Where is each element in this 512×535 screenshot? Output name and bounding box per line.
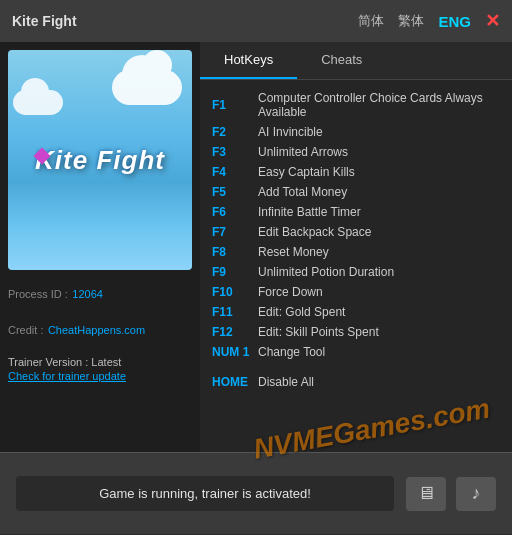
hotkey-item: F7Edit Backpack Space <box>212 222 500 242</box>
status-message: Game is running, trainer is activated! <box>16 476 394 511</box>
music-icon-glyph: ♪ <box>472 483 481 504</box>
hotkey-item: F10Force Down <box>212 282 500 302</box>
hotkey-item: HOMEDisable All <box>212 372 500 392</box>
hotkey-key: F6 <box>212 205 258 219</box>
hotkey-item: F2AI Invincible <box>212 122 500 142</box>
credit-value: CheatHappens.com <box>48 324 145 336</box>
hotkey-desc: Force Down <box>258 285 323 299</box>
process-info: Process ID : 12064 <box>8 280 192 306</box>
hotkey-item: F8Reset Money <box>212 242 500 262</box>
hotkey-item: F4Easy Captain Kills <box>212 162 500 182</box>
hotkey-item: F1Computer Controller Choice Cards Alway… <box>212 88 500 122</box>
hotkey-key: F12 <box>212 325 258 339</box>
version-text: Trainer Version : Latest <box>8 356 192 368</box>
hotkey-desc: Unlimited Arrows <box>258 145 348 159</box>
hotkey-key: F2 <box>212 125 258 139</box>
hotkey-desc: AI Invincible <box>258 125 323 139</box>
hotkey-desc: Add Total Money <box>258 185 347 199</box>
credit-label: Credit : <box>8 324 43 336</box>
tab-cheats[interactable]: Cheats <box>297 42 386 79</box>
version-info: Trainer Version : Latest Check for train… <box>8 352 192 386</box>
bottom-icons: 🖥 ♪ <box>406 477 496 511</box>
hotkey-desc: Edit: Skill Points Spent <box>258 325 379 339</box>
hotkey-desc: Reset Money <box>258 245 329 259</box>
hotkey-key: F5 <box>212 185 258 199</box>
monitor-icon-glyph: 🖥 <box>417 483 435 504</box>
process-id-value: 12064 <box>72 288 103 300</box>
cloud-decoration-1 <box>112 70 182 105</box>
hotkey-item: F9Unlimited Potion Duration <box>212 262 500 282</box>
title-bar: Kite Fight 简体 繁体 ENG ✕ <box>0 0 512 42</box>
hotkey-item: F11Edit: Gold Spent <box>212 302 500 322</box>
left-panel: Kite Fight Process ID : 12064 Credit : C… <box>0 42 200 452</box>
close-button[interactable]: ✕ <box>485 10 500 32</box>
hotkey-key: F1 <box>212 98 258 112</box>
version-value: Latest <box>91 356 121 368</box>
hotkey-key: HOME <box>212 375 258 389</box>
hotkey-key: F4 <box>212 165 258 179</box>
monitor-icon[interactable]: 🖥 <box>406 477 446 511</box>
tab-hotkeys[interactable]: HotKeys <box>200 42 297 79</box>
lang-traditional[interactable]: 繁体 <box>398 12 424 30</box>
hotkey-key: NUM 1 <box>212 345 258 359</box>
music-icon[interactable]: ♪ <box>456 477 496 511</box>
cloud-decoration-2 <box>13 90 63 115</box>
hotkey-item: F5Add Total Money <box>212 182 500 202</box>
hotkey-item: F3Unlimited Arrows <box>212 142 500 162</box>
hotkey-item: NUM 1Change Tool <box>212 342 500 362</box>
update-link[interactable]: Check for trainer update <box>8 370 192 382</box>
hotkey-key: F11 <box>212 305 258 319</box>
hotkey-key: F10 <box>212 285 258 299</box>
lang-english[interactable]: ENG <box>438 13 471 30</box>
hotkey-key: F9 <box>212 265 258 279</box>
title-bar-left: Kite Fight <box>12 12 358 30</box>
app-title: Kite Fight <box>12 13 77 29</box>
lang-simplified[interactable]: 简体 <box>358 12 384 30</box>
hotkey-desc: Infinite Battle Timer <box>258 205 361 219</box>
game-image: Kite Fight <box>8 50 192 270</box>
version-label: Trainer Version : <box>8 356 88 368</box>
hotkey-key: F3 <box>212 145 258 159</box>
hotkey-item: F6Infinite Battle Timer <box>212 202 500 222</box>
game-logo-text: Kite Fight <box>35 145 165 176</box>
hotkey-desc: Disable All <box>258 375 314 389</box>
credit-info: Credit : CheatHappens.com <box>8 316 192 342</box>
bottom-bar: Game is running, trainer is activated! 🖥… <box>0 452 512 534</box>
hotkey-desc: Edit Backpack Space <box>258 225 371 239</box>
hotkey-desc: Computer Controller Choice Cards Always … <box>258 91 500 119</box>
tab-bar: HotKeys Cheats <box>200 42 512 80</box>
process-id-label: Process ID : <box>8 288 68 300</box>
hotkey-key: F8 <box>212 245 258 259</box>
hotkey-desc: Unlimited Potion Duration <box>258 265 394 279</box>
main-content: Kite Fight Process ID : 12064 Credit : C… <box>0 42 512 452</box>
right-panel: HotKeys Cheats F1Computer Controller Cho… <box>200 42 512 452</box>
hotkey-desc: Easy Captain Kills <box>258 165 355 179</box>
hotkey-desc: Change Tool <box>258 345 325 359</box>
hotkey-desc: Edit: Gold Spent <box>258 305 345 319</box>
hotkey-item: F12Edit: Skill Points Spent <box>212 322 500 342</box>
title-bar-right: 简体 繁体 ENG ✕ <box>358 10 500 32</box>
hotkey-divider <box>212 362 500 372</box>
hotkeys-list: F1Computer Controller Choice Cards Alway… <box>200 80 512 452</box>
hotkey-key: F7 <box>212 225 258 239</box>
